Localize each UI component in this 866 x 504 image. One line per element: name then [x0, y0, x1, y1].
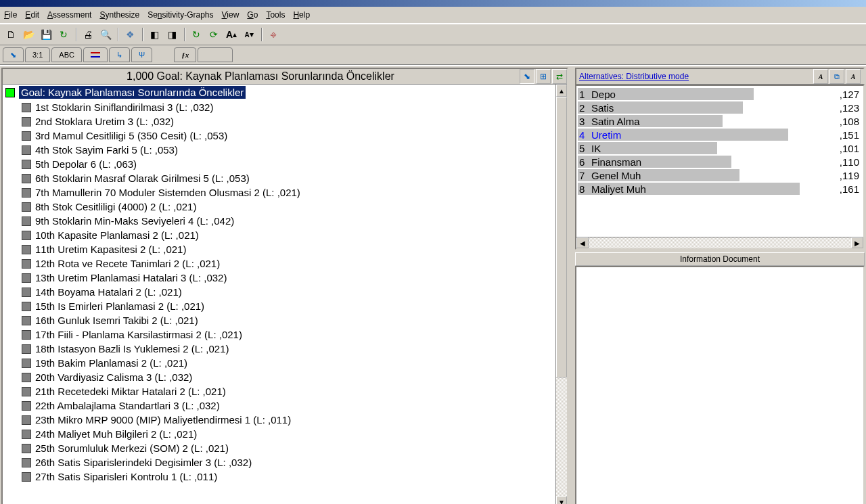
alt-name: Uretim	[591, 129, 840, 141]
print-icon[interactable]: 🖨	[80, 26, 96, 43]
cycle2-icon[interactable]: ⟳	[206, 26, 222, 43]
scroll-down-icon[interactable]: ▼	[556, 496, 567, 504]
menu-synthesize[interactable]: Synthesize	[99, 10, 139, 20]
tree-item[interactable]: 26th Satis Siparislerindeki Degisimler 3…	[5, 455, 564, 469]
tree-item[interactable]: 27th Satis Siparisleri Kontrolu 1 (L: ,0…	[5, 469, 564, 484]
tree-item-label: 4th Stok Sayim Farki 5 (L: ,053)	[35, 144, 178, 156]
vertical-scrollbar[interactable]: ▲ ▼	[555, 85, 567, 504]
tab-ratio[interactable]: 3:1	[25, 47, 50, 62]
scroll-right-icon[interactable]: ▶	[851, 237, 863, 248]
title-bar	[0, 0, 866, 7]
alt-index: 4	[578, 129, 591, 141]
tool3-icon[interactable]: ◨	[164, 26, 180, 43]
cycle1-icon[interactable]: ↻	[188, 26, 204, 43]
tree-item[interactable]: 9th Stoklarin Min-Maks Seviyeleri 4 (L: …	[5, 214, 564, 228]
alt-index: 3	[578, 116, 591, 127]
tree-item[interactable]: 20th Vardiyasiz Calisma 3 (L: ,032)	[5, 370, 564, 384]
tree-item[interactable]: 7th Mamullerin 70 Moduler Sistemden Olus…	[5, 185, 564, 200]
tree-item[interactable]: 4th Stok Sayim Farki 5 (L: ,053)	[5, 143, 564, 157]
menu-file[interactable]: File	[4, 10, 17, 20]
tab-blank[interactable]	[198, 47, 233, 62]
tree-item[interactable]: 13th Uretim Planlamasi Hatalari 3 (L: ,0…	[5, 271, 564, 285]
tree-item-label: 6th Stoklarin Masraf Olarak Girilmesi 5 …	[35, 173, 250, 184]
node-box-icon	[22, 288, 31, 297]
tree-item-label: 23th Mikro MRP 9000 (MIP) Maliyetlendirm…	[35, 414, 291, 426]
right-panel: Alternatives: Distributive mode A ⧉ A 1D…	[575, 68, 865, 504]
tree-item[interactable]: 25th Sorumluluk Merkezi (SOM) 2 (L: ,021…	[5, 441, 564, 455]
alternatives-mode-link[interactable]: Alternatives: Distributive mode	[579, 72, 812, 81]
menu-view[interactable]: View	[222, 10, 240, 20]
tool2-icon[interactable]: ◧	[146, 26, 162, 43]
tree-item[interactable]: 11th Uretim Kapasitesi 2 (L: ,021)	[5, 242, 564, 256]
horizontal-scrollbar[interactable]: ◀ ▶	[576, 237, 863, 248]
alt-index: 5	[578, 143, 591, 154]
tree-root-node[interactable]: Goal: Kaynak Planlaması Sorunlarında Önc…	[5, 86, 564, 99]
splitter[interactable]	[570, 66, 574, 504]
font-big-icon[interactable]: A▴	[223, 26, 240, 43]
tool1-icon[interactable]: ❖	[122, 26, 138, 43]
alternative-row[interactable]: 3Satin Alma,108	[578, 114, 862, 128]
tree-item-label: 1st Stoklarin Siniflandirilmasi 3 (L: ,0…	[35, 101, 213, 113]
menu-help[interactable]: Help	[293, 10, 310, 20]
alternative-row[interactable]: 2Satis,123	[578, 101, 862, 114]
alternative-row[interactable]: 8Maliyet Muh,161	[578, 182, 862, 196]
tree-item[interactable]: 17th Fiili - Planlama Karsilastirmasi 2 …	[5, 327, 564, 342]
scroll-up-icon[interactable]: ▲	[556, 85, 567, 97]
header-btn3[interactable]: ⇄	[552, 69, 567, 84]
tree-item-label: 8th Stok Cesitliligi (4000) 2 (L: ,021)	[35, 201, 196, 212]
save-icon[interactable]: 💾	[38, 26, 54, 43]
menu-tools[interactable]: Tools	[266, 10, 285, 20]
tool4-icon[interactable]: ⎆	[265, 26, 281, 43]
alternative-row[interactable]: 5IK,101	[578, 141, 862, 155]
tab-bars-icon[interactable]	[83, 47, 108, 62]
tab-tree-icon[interactable]: ⬊	[3, 47, 24, 62]
tab-abc[interactable]: ABC	[51, 47, 82, 62]
alternative-row[interactable]: 1Depo,127	[578, 87, 862, 101]
alt-btn1[interactable]: A	[813, 69, 828, 84]
alt-btn2[interactable]: ⧉	[829, 69, 844, 84]
tree-item[interactable]: 5th Depolar 6 (L: ,063)	[5, 157, 564, 171]
tree-item[interactable]: 8th Stok Cesitliligi (4000) 2 (L: ,021)	[5, 200, 564, 214]
tree-item[interactable]: 3rd Mamul Cesitliligi 5 (350 Cesit) (L: …	[5, 129, 564, 143]
alt-name: Satis	[591, 102, 840, 114]
scroll-left-icon[interactable]: ◀	[576, 237, 589, 248]
open-icon[interactable]: 📂	[20, 26, 37, 43]
tree-item-label: 11th Uretim Kapasitesi 2 (L: ,021)	[35, 244, 186, 255]
menu-edit[interactable]: Edit	[25, 10, 39, 20]
alt-name: Satin Alma	[591, 116, 840, 127]
alternative-row[interactable]: 7Genel Muh,119	[578, 168, 862, 182]
menu-sensitivity[interactable]: Sensitivity-Graphs	[147, 10, 213, 20]
tree-item[interactable]: 23th Mikro MRP 9000 (MIP) Maliyetlendirm…	[5, 413, 564, 427]
tree-item-label: 2nd Stoklara Uretim 3 (L: ,032)	[35, 116, 174, 127]
tree-item[interactable]: 6th Stoklarin Masraf Olarak Girilmesi 5 …	[5, 171, 564, 185]
tree-item[interactable]: 18th Istasyon Bazli Is Yuklemesi 2 (L: ,…	[5, 342, 564, 356]
tab-arrow-icon[interactable]: ↳	[109, 47, 130, 62]
tree-item[interactable]: 2nd Stoklara Uretim 3 (L: ,032)	[5, 114, 564, 129]
tree-item[interactable]: 15th Is Emirleri Planlamasi 2 (L: ,021)	[5, 299, 564, 313]
tree-item[interactable]: 10th Kapasite Planlamasi 2 (L: ,021)	[5, 228, 564, 242]
tree-item-label: 20th Vardiyasiz Calisma 3 (L: ,032)	[35, 371, 192, 383]
tree-item[interactable]: 22th Ambalajlama Standartlari 3 (L: ,032…	[5, 398, 564, 413]
tree-item[interactable]: 21th Recetedeki Miktar Hatalari 2 (L: ,0…	[5, 384, 564, 398]
tree-item[interactable]: 19th Bakim Planlamasi 2 (L: ,021)	[5, 356, 564, 370]
tab-psi-icon[interactable]: Ψ	[131, 47, 152, 62]
tree-item[interactable]: 16th Gunluk Isemri Takibi 2 (L: ,021)	[5, 313, 564, 327]
menu-go[interactable]: Go	[247, 10, 258, 20]
tree-item[interactable]: 14th Boyama Hatalari 2 (L: ,021)	[5, 285, 564, 299]
menu-assessment[interactable]: Assessment	[47, 10, 91, 20]
node-box-icon	[22, 302, 31, 311]
header-btn2[interactable]: ⊞	[536, 69, 551, 84]
header-btn1[interactable]: ⬊	[520, 69, 534, 84]
alternative-row[interactable]: 6Finansman,110	[578, 155, 862, 168]
tree-item[interactable]: 12th Rota ve Recete Tanimlari 2 (L: ,021…	[5, 256, 564, 271]
scroll-thumb[interactable]	[556, 97, 567, 377]
new-icon[interactable]: 🗋	[3, 26, 19, 43]
font-small-icon[interactable]: A▾	[241, 26, 257, 43]
tab-fx[interactable]: ƒx	[174, 47, 196, 62]
alt-btn3[interactable]: A	[846, 69, 861, 84]
preview-icon[interactable]: 🔍	[97, 26, 114, 43]
refresh-icon[interactable]: ↻	[55, 26, 72, 43]
tree-item[interactable]: 1st Stoklarin Siniflandirilmasi 3 (L: ,0…	[5, 100, 564, 114]
tree-item[interactable]: 24th Maliyet Muh Bilgileri 2 (L: ,021)	[5, 427, 564, 441]
alternative-row[interactable]: 4Uretim,151	[578, 128, 862, 141]
